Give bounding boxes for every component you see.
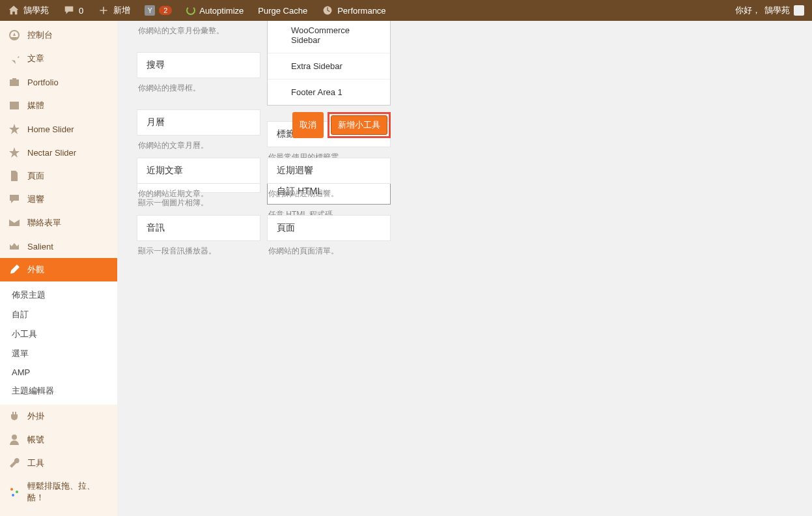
adminbar-greeting[interactable]: 你好， 鵠學苑 (733, 5, 807, 16)
adminbar-purge-cache-label: Purge Cache (258, 6, 307, 16)
adminbar-yoast-badge: 2 (159, 6, 172, 15)
adminbar-autoptimize-label: Autoptimize (199, 6, 244, 16)
avatar-icon (794, 5, 804, 16)
yoast-icon: Y (145, 5, 155, 16)
adminbar-comments[interactable]: 0 (61, 5, 86, 16)
adminbar-performance-label: Performance (337, 6, 385, 16)
adminbar-performance[interactable]: Performance (319, 5, 388, 16)
plus-icon (98, 5, 109, 16)
adminbar-new-label: 新增 (113, 5, 130, 16)
adminbar-site[interactable]: 鵠學苑 (5, 5, 51, 16)
adminbar-new[interactable]: 新增 (95, 5, 133, 16)
adminbar-greeting-prefix: 你好， (735, 5, 761, 16)
home-icon (8, 5, 20, 16)
adminbar-comments-count: 0 (79, 6, 83, 16)
admin-bar: 鵠學苑 0 新增 Y 2 Autoptimize Purge Cache (0, 0, 812, 21)
adminbar-autoptimize[interactable]: Autoptimize (184, 6, 246, 16)
spinner-icon (186, 6, 195, 15)
adminbar-greeting-name: 鵠學苑 (764, 5, 790, 16)
adminbar-yoast[interactable]: Y 2 (142, 5, 175, 16)
adminbar-purge-cache[interactable]: Purge Cache (255, 6, 310, 16)
performance-icon (322, 5, 333, 16)
comment-icon (63, 5, 75, 16)
adminbar-site-name: 鵠學苑 (23, 5, 49, 16)
